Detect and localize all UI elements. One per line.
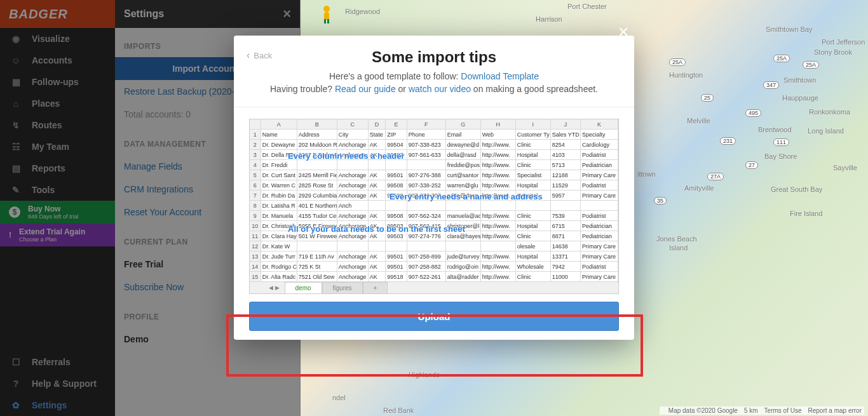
spreadsheet-example-image: ABCDEFGHIJK1NameAddressCityStateZIPPhone…: [249, 119, 619, 294]
modal-overlay: ✕ ‹Back Some import tips Here's a good t…: [0, 0, 868, 416]
sheet-tab-add: +: [363, 282, 388, 293]
import-tips-modal: ‹Back Some import tips Here's a good tem…: [234, 36, 634, 340]
read-guide-link[interactable]: Read our guide: [335, 84, 396, 94]
watch-video-link[interactable]: watch our video: [409, 84, 471, 94]
download-template-link[interactable]: Download Template: [461, 71, 539, 81]
modal-subtitle-2: Having trouble? Read our guide or watch …: [249, 84, 619, 94]
modal-title: Some import tips: [249, 48, 619, 66]
sheet-tab-figures: figures: [322, 282, 363, 293]
upload-button[interactable]: Upload: [249, 302, 619, 331]
modal-close-icon[interactable]: ✕: [618, 24, 629, 41]
modal-subtitle-1: Here's a good template to follow: Downlo…: [249, 71, 619, 81]
back-button[interactable]: ‹Back: [247, 50, 272, 61]
sheet-tab-demo: demo: [285, 282, 322, 293]
chevron-left-icon: ‹: [247, 50, 250, 61]
